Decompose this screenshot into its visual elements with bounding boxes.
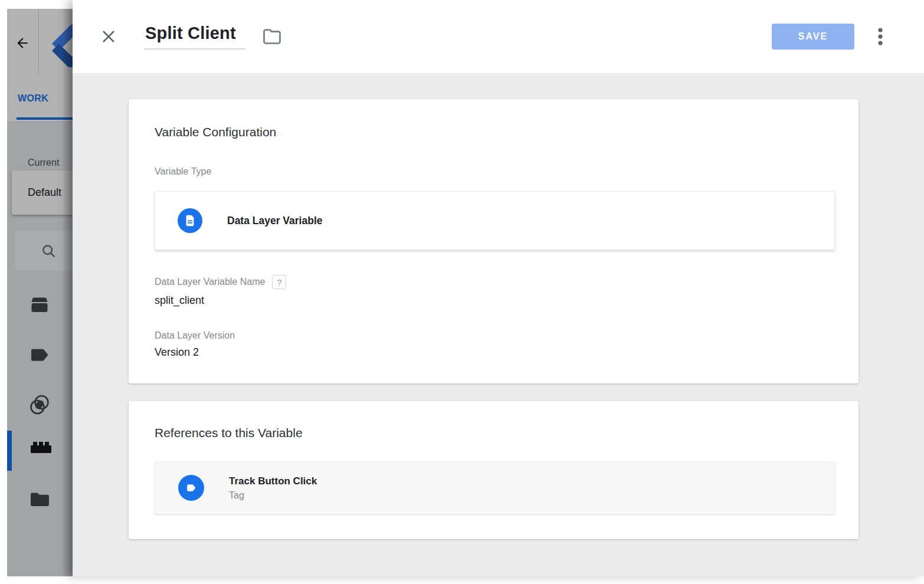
reference-name: Track Button Click — [229, 475, 317, 487]
overview-icon — [29, 297, 50, 313]
sidebar-item-variables[interactable] — [29, 441, 53, 461]
reference-icon-circle — [178, 475, 204, 501]
tag-icon — [185, 481, 198, 494]
data-layer-version-value: Version 2 — [155, 346, 835, 359]
variables-icon — [29, 441, 53, 454]
variable-type-name: Data Layer Variable — [227, 215, 322, 227]
data-layer-variable-icon — [184, 214, 196, 227]
variable-name-row: Data Layer Variable Name ? — [155, 275, 835, 289]
sidebar-item-triggers[interactable] — [29, 394, 53, 414]
gtm-logo-icon — [48, 24, 73, 67]
sidebar-item-overview[interactable] — [29, 297, 53, 317]
close-icon — [100, 28, 117, 45]
help-badge[interactable]: ? — [272, 275, 286, 289]
tab-workspace[interactable]: WORK — [18, 93, 48, 104]
gtm-screen: WORK Current Default — [0, 0, 924, 584]
tags-icon — [29, 348, 50, 362]
kebab-menu-icon — [877, 27, 883, 47]
variable-name-value: split_client — [155, 294, 835, 307]
topbar-divider — [38, 9, 39, 74]
variable-editor-panel: Split Client SAVE Variable Configurati — [73, 0, 924, 576]
variable-type-icon-circle — [178, 208, 202, 233]
editor-header: Split Client SAVE — [73, 0, 924, 74]
tab-active-underline — [17, 117, 73, 120]
references-card: References to this Variable Track Button… — [129, 401, 859, 539]
more-actions-button[interactable] — [874, 26, 886, 47]
active-nav-indicator — [7, 431, 12, 471]
move-to-folder-button[interactable] — [260, 26, 284, 47]
sidebar-item-tags[interactable] — [29, 348, 53, 368]
configuration-heading: Variable Configuration — [155, 125, 835, 139]
workspace-sidebar: Current Default — [7, 122, 73, 576]
editor-body: Variable Configuration Variable Type Dat… — [73, 74, 924, 576]
variable-title: Split Client — [145, 24, 236, 42]
folder-icon — [260, 27, 284, 47]
sidebar-nav — [7, 122, 73, 576]
reference-list-item[interactable]: Track Button Click Tag — [155, 461, 835, 514]
variable-type-selector[interactable]: Data Layer Variable — [155, 191, 835, 250]
workspace-tabbar: WORK — [7, 74, 73, 122]
variable-title-input[interactable]: Split Client — [144, 24, 245, 50]
variable-name-label: Data Layer Variable Name — [155, 277, 265, 287]
references-heading: References to this Variable — [155, 426, 835, 440]
variable-configuration-card: Variable Configuration Variable Type Dat… — [129, 99, 859, 383]
variable-type-label: Variable Type — [155, 166, 835, 177]
save-button[interactable]: SAVE — [772, 24, 854, 50]
reference-type: Tag — [229, 490, 317, 501]
close-button[interactable] — [99, 27, 118, 46]
back-button[interactable] — [15, 35, 30, 51]
reference-texts: Track Button Click Tag — [229, 475, 317, 501]
triggers-icon — [29, 394, 50, 416]
data-layer-version-label: Data Layer Version — [155, 330, 835, 341]
sidebar-item-folders[interactable] — [29, 491, 53, 511]
workspace-topbar — [7, 9, 73, 74]
folders-icon — [29, 491, 50, 508]
arrow-back-icon — [15, 35, 30, 51]
workspace-underlay: WORK Current Default — [7, 9, 73, 576]
